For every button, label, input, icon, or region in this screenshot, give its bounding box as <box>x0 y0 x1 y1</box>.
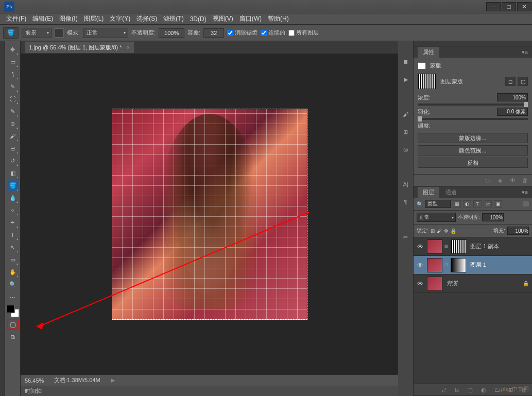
new-fill-adjust-icon[interactable]: ◐ <box>479 386 488 393</box>
lock-transparency-icon[interactable]: ⊞ <box>431 228 435 234</box>
layer-lock-icon[interactable]: 🔒 <box>523 281 530 286</box>
apply-mask-icon[interactable]: ◈ <box>496 177 504 184</box>
eraser-tool[interactable]: ◧ <box>7 167 19 179</box>
screen-mode-toggle[interactable]: ⧉ <box>7 332 19 342</box>
filter-adjust-icon[interactable]: ◐ <box>463 200 471 208</box>
properties-panel-header[interactable]: 属性 ▾≡ <box>414 46 532 58</box>
pixel-mask-button[interactable]: ◻ <box>505 77 516 86</box>
menu-window[interactable]: 窗口(W) <box>236 13 265 24</box>
menu-edit[interactable]: 编辑(E) <box>29 13 56 24</box>
visibility-toggle[interactable]: 👁 <box>416 243 425 250</box>
new-group-icon[interactable]: 🗀 <box>493 386 501 393</box>
lock-pixels-icon[interactable]: 🖌 <box>437 228 442 234</box>
feather-slider[interactable] <box>418 118 528 120</box>
eyedropper-tool[interactable]: ✎ <box>7 106 19 117</box>
filter-smart-icon[interactable]: ▣ <box>494 200 502 208</box>
color-swatches[interactable] <box>7 305 19 317</box>
marquee-tool[interactable]: ▭ <box>7 56 19 67</box>
panel-menu-icon[interactable]: ▾≡ <box>522 49 528 56</box>
properties-tab[interactable]: 属性 <box>418 47 439 58</box>
tolerance-input[interactable] <box>203 28 224 38</box>
shape-tool[interactable]: ▭ <box>7 254 19 265</box>
antialias-checkbox[interactable]: 消除锯齿 <box>227 29 258 37</box>
layer-name[interactable]: 图层 1 副本 <box>468 243 530 250</box>
filter-pixel-icon[interactable]: ▦ <box>453 200 461 208</box>
fill-source-dropdown[interactable]: 前景 <box>22 28 52 38</box>
lock-all-icon[interactable]: 🔒 <box>450 228 456 234</box>
contiguous-checkbox[interactable]: 连续的 <box>261 29 285 37</box>
quick-mask-toggle[interactable]: ◯ <box>7 319 19 330</box>
zoom-tool[interactable]: 🔍 <box>7 279 19 290</box>
edit-toolbar-icon[interactable]: ⋯ <box>7 292 19 303</box>
foreground-color-swatch[interactable] <box>7 305 15 313</box>
healing-tool[interactable]: ⊘ <box>7 118 19 129</box>
layer-mask-thumbnail[interactable] <box>451 258 466 272</box>
maximize-button[interactable]: □ <box>502 2 516 11</box>
filter-kind-dropdown[interactable]: 类型 <box>425 200 451 208</box>
lock-position-icon[interactable]: ✥ <box>444 228 448 234</box>
menu-help[interactable]: 帮助(H) <box>265 13 292 24</box>
character-panel-icon[interactable]: A| <box>401 179 411 190</box>
filter-toggle[interactable] <box>523 201 529 206</box>
layers-panel-header[interactable]: 图层 通道 ▾≡ <box>414 186 532 198</box>
feather-input[interactable] <box>497 108 528 116</box>
filter-shape-icon[interactable]: ▱ <box>484 200 492 208</box>
move-tool[interactable]: ✥ <box>7 44 19 55</box>
menu-type[interactable]: 文字(Y) <box>107 13 133 24</box>
density-slider[interactable] <box>418 104 528 106</box>
quick-select-tool[interactable]: ✎ <box>7 81 19 92</box>
document-tab[interactable]: 1.jpg @ 56.4% (图层 1, 图层蒙版/8) * × <box>25 42 134 53</box>
tools-collapse-strip[interactable] <box>0 41 5 396</box>
menu-image[interactable]: 图像(I) <box>56 13 80 24</box>
layer-name[interactable]: 背景 <box>444 280 521 287</box>
tool-preset-icon[interactable]: 🪣 <box>3 27 19 39</box>
menu-view[interactable]: 视图(V) <box>210 13 236 24</box>
layer-thumbnail[interactable] <box>427 239 442 254</box>
layer-thumbnail[interactable] <box>427 277 442 291</box>
tab-close-icon[interactable]: × <box>127 44 130 50</box>
mask-link-icon[interactable]: ⊟ <box>444 244 449 249</box>
brush-tool[interactable]: 🖌 <box>7 130 19 142</box>
brush-presets-icon[interactable]: ⊞ <box>401 127 411 137</box>
layer-mask-thumbnail[interactable] <box>451 239 466 254</box>
visibility-toggle[interactable]: 👁 <box>416 262 425 269</box>
mask-link-icon[interactable]: ⊟ <box>444 263 449 267</box>
mask-edge-button[interactable]: 蒙版边缘... <box>418 133 528 143</box>
opacity-input[interactable] <box>159 28 184 38</box>
add-mask-icon[interactable]: ◻ <box>466 386 474 393</box>
panel-collapse-grip[interactable] <box>414 41 532 46</box>
layer-opacity-input[interactable] <box>482 213 504 221</box>
paragraph-panel-icon[interactable]: ¶ <box>401 197 411 207</box>
layer-row[interactable]: 👁 ⊟ 图层 1 <box>414 256 532 274</box>
layer-blend-dropdown[interactable]: 正常 <box>417 213 456 222</box>
menu-3d[interactable]: 3D(D) <box>187 14 210 24</box>
clone-source-icon[interactable]: ◎ <box>401 144 411 154</box>
hand-tool[interactable]: ✋ <box>7 266 19 278</box>
mask-thumbnail[interactable] <box>418 74 436 89</box>
disable-mask-icon[interactable]: 👁 <box>508 177 517 184</box>
layer-thumbnail[interactable] <box>427 258 442 272</box>
layers-tab[interactable]: 图层 <box>418 187 439 198</box>
layers-panel-menu-icon[interactable]: ▾≡ <box>522 189 528 196</box>
visibility-toggle[interactable]: 👁 <box>416 280 425 287</box>
menu-file[interactable]: 文件(F) <box>3 13 29 24</box>
vector-mask-button[interactable]: ▢ <box>518 77 528 86</box>
layer-fx-icon[interactable]: fx <box>453 386 461 393</box>
minimize-button[interactable]: — <box>486 2 501 11</box>
document-info[interactable]: 文档:1.38M/5.04M <box>54 376 100 384</box>
delete-mask-icon[interactable]: 🗑 <box>521 177 529 184</box>
layer-row[interactable]: 👁 ⊟ 图层 1 副本 <box>414 237 532 256</box>
layer-row[interactable]: 👁 背景 🔒 <box>414 274 532 293</box>
type-tool[interactable]: T <box>7 229 19 240</box>
stamp-tool[interactable]: ⊟ <box>7 143 19 154</box>
lasso-tool[interactable]: ⟆ <box>7 68 19 80</box>
timeline-bar[interactable]: 时间轴 <box>21 386 398 396</box>
crop-tool[interactable]: ⛶ <box>7 93 19 105</box>
history-brush-tool[interactable]: ↺ <box>7 155 19 166</box>
blend-mode-dropdown[interactable]: 正常 <box>83 28 128 38</box>
link-layers-icon[interactable]: ⇄ <box>439 386 448 393</box>
close-button[interactable]: ✕ <box>517 2 531 11</box>
layer-name[interactable]: 图层 1 <box>468 261 530 269</box>
path-select-tool[interactable]: ↖ <box>7 242 19 253</box>
load-selection-icon[interactable]: ◌ <box>484 177 492 184</box>
